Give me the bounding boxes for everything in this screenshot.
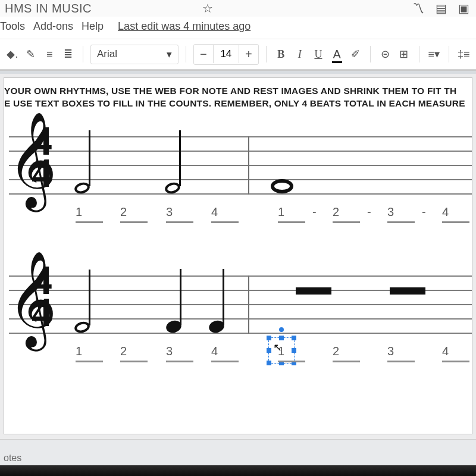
- separator: [449, 46, 449, 62]
- time-signature: 4 4: [32, 125, 52, 190]
- link-icon[interactable]: ⊝: [378, 44, 393, 64]
- count-label[interactable]: 2: [333, 205, 339, 218]
- star-icon[interactable]: ☆: [200, 1, 215, 16]
- font-size-increase[interactable]: +: [239, 45, 258, 64]
- count-label[interactable]: 1: [278, 205, 284, 218]
- instructions: YOUR OWN RHYTHMS, USE THE WEB FOR NOTE A…: [4, 78, 472, 115]
- count-label[interactable]: 1: [76, 345, 82, 358]
- font-size-decrease[interactable]: −: [194, 45, 213, 64]
- menu-tools[interactable]: Tools: [0, 20, 25, 33]
- resize-handle[interactable]: [267, 336, 271, 340]
- half-rest[interactable]: [390, 287, 425, 295]
- menubar: Tools Add-ons Help Last edit was 4 minut…: [0, 17, 476, 39]
- speaker-notes-label[interactable]: otes: [4, 453, 21, 464]
- staff-row-2: 𝄞 4 4 1: [4, 262, 472, 381]
- menu-addons[interactable]: Add-ons: [33, 20, 73, 33]
- font-picker[interactable]: Arial ▾: [90, 45, 178, 64]
- line-dash-icon[interactable]: ≣: [61, 44, 76, 64]
- counts-row-1: 1 2 3 4 1 - 2 - 3 - 4: [4, 205, 472, 229]
- count-label[interactable]: 2: [120, 345, 127, 358]
- separator: [186, 46, 186, 62]
- bold-button[interactable]: B: [274, 44, 289, 64]
- quarter-note[interactable]: [209, 321, 224, 333]
- line-weight-icon[interactable]: ≡: [42, 44, 57, 64]
- resize-handle[interactable]: [267, 361, 271, 365]
- half-rest[interactable]: [296, 287, 331, 295]
- time-sig-bottom: 4: [32, 157, 52, 190]
- add-comment-icon[interactable]: ⊞: [396, 44, 411, 64]
- resize-handle[interactable]: [279, 336, 284, 340]
- canvas[interactable]: YOUR OWN RHYTHMS, USE THE WEB FOR NOTE A…: [0, 74, 476, 439]
- staff-row-1: 𝄞 4 4 1 2 3 4: [4, 123, 472, 242]
- pencil-icon[interactable]: ✎: [23, 44, 38, 64]
- count-dash: -: [312, 205, 317, 219]
- italic-button[interactable]: I: [292, 44, 307, 64]
- count-dash: -: [422, 205, 426, 219]
- time-sig-bottom: 4: [32, 296, 52, 329]
- trend-icon[interactable]: 〽: [411, 1, 426, 16]
- slide[interactable]: YOUR OWN RHYTHMS, USE THE WEB FOR NOTE A…: [4, 77, 472, 434]
- half-note[interactable]: [74, 322, 90, 333]
- resize-handle[interactable]: [292, 336, 296, 340]
- menu-help[interactable]: Help: [82, 20, 104, 33]
- align-icon[interactable]: ≡▾: [426, 44, 441, 64]
- chevron-down-icon: ▾: [167, 48, 172, 61]
- edit-status[interactable]: Last edit was 4 minutes ago: [118, 20, 250, 33]
- count-label[interactable]: 3: [387, 345, 394, 358]
- whole-note[interactable]: [271, 179, 293, 193]
- line-spacing-icon[interactable]: ‡≡: [456, 44, 471, 64]
- time-signature: 4 4: [32, 264, 52, 329]
- font-size-input[interactable]: 14: [213, 45, 239, 63]
- separator: [266, 46, 267, 62]
- half-note[interactable]: [165, 183, 180, 193]
- present-icon[interactable]: ▣: [456, 1, 471, 16]
- count-label[interactable]: 1: [76, 205, 82, 218]
- count-label[interactable]: 3: [166, 345, 173, 358]
- screen-bezel: [0, 465, 476, 476]
- barline: [248, 136, 249, 195]
- separator: [370, 46, 371, 62]
- comment-icon[interactable]: ▤: [433, 1, 449, 16]
- text-color-button[interactable]: A: [333, 48, 341, 61]
- quarter-note[interactable]: [166, 321, 181, 333]
- font-name: Arial: [97, 48, 117, 60]
- count-label[interactable]: 3: [387, 205, 394, 218]
- font-size-group: − 14 +: [193, 44, 259, 65]
- half-note[interactable]: [74, 183, 90, 193]
- rotate-handle[interactable]: [279, 327, 284, 332]
- barline: [248, 275, 249, 334]
- count-label[interactable]: 3: [166, 205, 173, 218]
- separator: [83, 46, 83, 62]
- count-label[interactable]: 4: [442, 205, 449, 218]
- paint-bucket-icon[interactable]: ◆.: [5, 44, 20, 64]
- toolbar: ◆. ✎ ≡ ≣ Arial ▾ − 14 + B I U A ✐ ⊝ ⊞ ≡▾…: [0, 39, 476, 70]
- doc-title[interactable]: HMS IN MUSIC: [5, 2, 193, 15]
- count-label[interactable]: 4: [442, 345, 449, 358]
- instruction-line-2: E USE TEXT BOXES TO FILL IN THE COUNTS. …: [4, 98, 465, 108]
- count-label[interactable]: 2: [333, 345, 339, 358]
- count-label[interactable]: 2: [120, 205, 127, 218]
- resize-handle[interactable]: [267, 348, 271, 353]
- count-dash: -: [367, 205, 371, 219]
- titlebar: HMS IN MUSIC ☆ 〽 ▤ ▣: [0, 0, 476, 17]
- highlight-icon[interactable]: ✐: [348, 44, 363, 64]
- count-label[interactable]: 1: [278, 345, 284, 358]
- count-label[interactable]: 4: [211, 345, 218, 358]
- underline-button[interactable]: U: [311, 44, 325, 64]
- instruction-line-1: YOUR OWN RHYTHMS, USE THE WEB FOR NOTE A…: [4, 86, 456, 96]
- count-label[interactable]: 4: [211, 205, 218, 218]
- counts-row-2: 1 2 3 4 ↖ 1 2 3: [4, 345, 472, 368]
- separator: [419, 46, 419, 62]
